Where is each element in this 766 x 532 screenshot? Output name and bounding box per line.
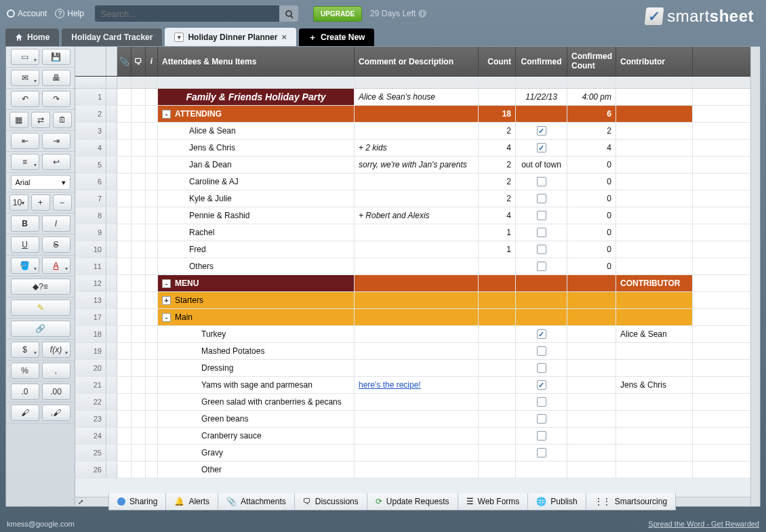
cell-contributor[interactable] <box>616 394 693 410</box>
cell-confirmed[interactable] <box>516 360 567 376</box>
search-button[interactable] <box>279 5 298 22</box>
checkbox[interactable]: ✓ <box>537 126 546 136</box>
new-sheet-button[interactable]: ▭▾ <box>11 49 39 65</box>
checkbox[interactable] <box>537 397 546 407</box>
formula-button[interactable]: f(x)▾ <box>42 342 70 358</box>
col-primary[interactable]: Attendees & Menu Items <box>158 47 355 76</box>
fontsize-dec[interactable]: − <box>53 195 72 211</box>
row-number[interactable]: 3 <box>75 123 106 139</box>
cell-confcount[interactable] <box>567 394 616 410</box>
footer-sharing[interactable]: Sharing <box>108 493 166 510</box>
cell-primary[interactable]: Gravy <box>158 445 355 461</box>
col-info[interactable]: i <box>146 47 158 76</box>
cell-contributor[interactable] <box>616 309 693 325</box>
row-6[interactable]: 6Caroline & AJ20 <box>75 173 750 190</box>
col-comment[interactable]: Comment or Description <box>355 47 479 76</box>
cell-confirmed[interactable] <box>516 445 567 461</box>
cell-comment[interactable] <box>355 445 479 461</box>
cell-count[interactable]: 2 <box>479 173 516 190</box>
row-number[interactable]: 11 <box>75 258 106 274</box>
cell-primary[interactable]: Other <box>158 462 355 478</box>
checkbox[interactable]: ✓ <box>537 329 546 339</box>
footer-web-forms[interactable]: ☰Web Forms <box>458 493 529 510</box>
upgrade-button[interactable]: UPGRADE <box>313 6 362 22</box>
underline-button[interactable]: U <box>11 237 39 253</box>
conditional-format-button[interactable]: ◆?≡ <box>11 279 70 295</box>
row-4[interactable]: 4Jens & Chris+ 2 kids4✓4 <box>75 140 750 157</box>
cell-contributor[interactable] <box>616 207 693 224</box>
cell-confirmed[interactable] <box>516 343 567 359</box>
cell-count[interactable] <box>479 377 516 393</box>
row-number[interactable]: 18 <box>75 326 106 342</box>
cell-count[interactable] <box>479 394 516 410</box>
cell-count[interactable] <box>479 292 516 308</box>
cell-confirmed[interactable] <box>516 173 567 190</box>
grid-view-button[interactable]: ▦ <box>9 112 28 128</box>
cell-contributor[interactable] <box>616 123 693 139</box>
cell-comment[interactable]: here's the recipe! <box>355 377 479 393</box>
cell-confirmed[interactable] <box>516 224 567 241</box>
cell-comment[interactable] <box>355 190 479 207</box>
cell-comment[interactable] <box>355 326 479 342</box>
cell-confcount[interactable] <box>567 292 616 308</box>
dec-inc-button[interactable]: .0 <box>11 384 39 400</box>
tab-create-new[interactable]: ＋Create New <box>299 28 374 46</box>
row-24[interactable]: 24Cranberry sauce <box>75 428 750 445</box>
fill-color-button[interactable]: 🪣▾ <box>11 258 39 274</box>
currency-button[interactable]: $▾ <box>11 342 39 358</box>
cell-contributor[interactable] <box>616 190 693 207</box>
cell-confirmed[interactable] <box>516 241 567 258</box>
checkbox[interactable] <box>537 448 546 457</box>
cell-primary[interactable]: Others <box>158 258 355 274</box>
cell-primary[interactable]: Jens & Chris <box>158 140 355 156</box>
cell-count[interactable] <box>479 309 516 325</box>
row-26[interactable]: 26Other <box>75 462 750 478</box>
cell-confirmed[interactable]: 11/22/13 <box>516 89 567 105</box>
row-22[interactable]: 22Green salad with cranberries & pecans <box>75 394 750 411</box>
cell-contributor[interactable] <box>616 157 693 173</box>
cell-count[interactable]: 4 <box>479 207 516 224</box>
cell-primary[interactable]: -MENU <box>158 275 355 291</box>
cell-primary[interactable]: Jan & Dean <box>158 157 355 173</box>
cell-confcount[interactable] <box>567 411 616 427</box>
cell-confirmed[interactable] <box>516 292 567 308</box>
format-paint-button[interactable]: 🖌 <box>11 405 39 421</box>
highlight-button[interactable]: ✎ <box>11 300 70 316</box>
cell-comment[interactable] <box>355 123 479 139</box>
checkbox[interactable] <box>537 194 546 203</box>
cell-confirmed[interactable] <box>516 428 567 444</box>
collapse-icon[interactable]: - <box>162 279 171 288</box>
help-link[interactable]: ?Help <box>55 9 84 18</box>
cell-count[interactable] <box>479 258 516 274</box>
cell-count[interactable]: 2 <box>479 123 516 139</box>
row-18[interactable]: 18Turkey✓Alice & Sean <box>75 326 750 343</box>
cell-confcount[interactable] <box>567 377 616 393</box>
cell-confcount[interactable]: 2 <box>567 123 616 139</box>
cell-count[interactable]: 18 <box>479 106 516 122</box>
cell-count[interactable]: 1 <box>479 241 516 258</box>
row-25[interactable]: 25Gravy <box>75 445 750 462</box>
tab-holiday-card[interactable]: Holiday Card Tracker <box>62 28 162 46</box>
print-button[interactable]: 🖶 <box>42 70 70 86</box>
wrap-button[interactable]: ↩ <box>42 154 70 170</box>
cell-contributor[interactable]: Jens & Chris <box>616 377 693 393</box>
cell-comment[interactable]: + Robert and Alexis <box>355 207 479 224</box>
cell-primary[interactable]: +Starters <box>158 292 355 308</box>
row-number[interactable]: 6 <box>75 173 106 190</box>
font-select[interactable]: Arial▾ <box>11 175 70 190</box>
checkbox[interactable] <box>537 431 546 441</box>
search-input[interactable] <box>95 9 279 19</box>
row-13[interactable]: 13+Starters <box>75 292 750 309</box>
col-contributor[interactable]: Contributor <box>616 47 693 76</box>
row-7[interactable]: 7Kyle & Julie20 <box>75 190 750 207</box>
row-number[interactable]: 9 <box>75 224 106 241</box>
gantt-view-button[interactable]: ⇄ <box>31 112 50 128</box>
footer-discussions[interactable]: 🗨Discussions <box>295 493 367 510</box>
cell-contributor[interactable]: Alice & Sean <box>616 326 693 342</box>
indent-button[interactable]: ⇥ <box>42 133 70 149</box>
cell-contributor[interactable] <box>616 224 693 241</box>
strike-button[interactable]: S <box>42 237 70 253</box>
row-number[interactable]: 13 <box>75 292 106 308</box>
cell-confirmed[interactable] <box>516 258 567 274</box>
row-10[interactable]: 10Fred10 <box>75 241 750 258</box>
